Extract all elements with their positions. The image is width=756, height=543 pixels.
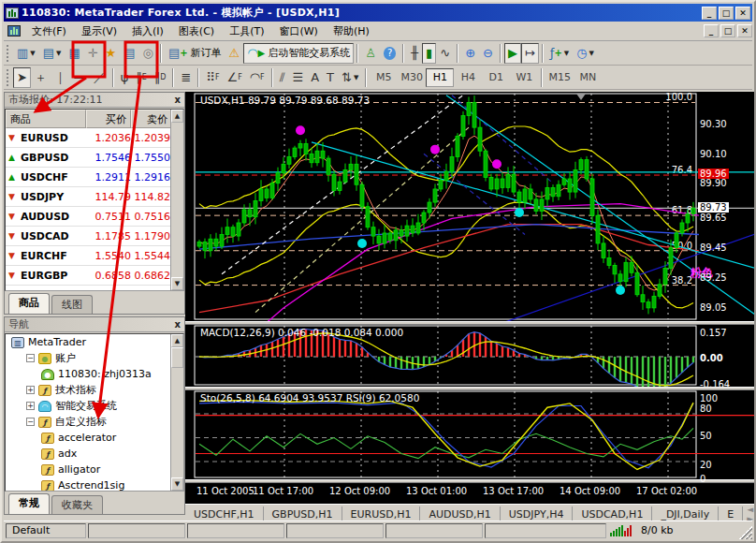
chart-mdi-icon[interactable] — [7, 25, 21, 37]
trendline-tool[interactable]: ／ — [90, 67, 109, 88]
menu-item-2[interactable]: 插入(I) — [124, 22, 171, 41]
menu-item-5[interactable]: 窗口(W) — [271, 22, 325, 41]
quote-row-EURUSD[interactable]: ▼EURUSD1.20361.2039 — [6, 128, 183, 148]
chart-tab-USDCAD,H1[interactable]: USDCAD,H1 — [573, 506, 652, 522]
chart-tab-E[interactable]: E — [719, 506, 743, 522]
tree-item-6[interactable]: ƒaccelerator — [6, 430, 183, 446]
period-button-M30[interactable]: M30 — [398, 68, 426, 87]
chart-tab-GBPUSD,H1[interactable]: GBPUSD,H1 — [264, 506, 342, 522]
auto-scroll-button[interactable]: ▶ — [504, 43, 521, 64]
fibo-arc-tool[interactable]: ◠F — [246, 67, 269, 88]
market-watch-close-icon[interactable]: x — [175, 95, 181, 105]
fibo-retracement-tool[interactable]: ≣ — [177, 67, 195, 88]
tree-item-4[interactable]: +◠智能交易系统 — [6, 398, 183, 414]
navigator-close-icon[interactable]: x — [175, 319, 181, 330]
zoom-in-button[interactable]: ⊕ — [461, 43, 479, 64]
bar-chart-mode-button[interactable]: ╫ — [407, 43, 422, 64]
tree-item-9[interactable]: ƒAsctrend1sig — [6, 477, 183, 492]
expand-plus-icon[interactable]: + — [26, 386, 35, 394]
market-watch-tab-线图[interactable]: 线图 — [51, 295, 93, 314]
chart-tab-EURUSD,H1[interactable]: EURUSD,H1 — [342, 506, 421, 522]
new-chart-button[interactable]: ▥▼ — [13, 43, 39, 64]
profiles-button[interactable]: ▤▼ — [39, 43, 65, 64]
indicators-list-button[interactable]: ƒ+▼ — [546, 43, 573, 64]
crosshair-tool[interactable]: ＋ — [31, 67, 51, 88]
tree-item-3[interactable]: +ƒ技术指标 — [6, 382, 183, 398]
line-chart-mode-button[interactable]: ∿ — [436, 43, 454, 64]
period-button-M5[interactable]: M5 — [370, 68, 398, 87]
text-tool[interactable]: A — [307, 67, 323, 88]
market-watch-button[interactable]: ▦ — [65, 43, 83, 64]
tree-item-8[interactable]: ƒalligator — [6, 462, 183, 477]
quote-row-AUDUSD[interactable]: ▼AUDUSD0.75110.7516 — [6, 207, 183, 227]
expand-plus-icon[interactable]: + — [26, 402, 35, 410]
market-watch-scrollbar[interactable]: ▲ ▼ — [170, 110, 183, 290]
period-button-H1[interactable]: H1 — [426, 68, 454, 87]
vertical-line-tool[interactable]: ｜ — [51, 67, 70, 88]
tree-item-1[interactable]: −●账户 — [6, 350, 183, 366]
column-header-1[interactable]: 买价 — [86, 110, 131, 128]
quote-row-EURCHF[interactable]: ▼EURCHF1.55401.5544 — [6, 246, 183, 266]
alert-icon[interactable]: ⚠ — [225, 43, 244, 64]
navigator-scrollbar[interactable]: ▲ ▼ — [170, 334, 183, 491]
chart-shift-button[interactable]: ↦ — [521, 43, 539, 64]
fibo-fan-tool[interactable]: ∠F — [224, 67, 246, 88]
menu-item-1[interactable]: 显示(V) — [74, 22, 124, 41]
period-button-M15[interactable]: M15 — [545, 68, 574, 87]
chart-tab-AUDUSD,H1[interactable]: AUDUSD,H1 — [420, 506, 500, 522]
expand-minus-icon[interactable]: − — [26, 418, 35, 426]
scrollbar-thumb[interactable] — [171, 347, 183, 368]
quote-row-GBPUSD[interactable]: ▲GBPUSD1.75461.7550 — [6, 148, 183, 168]
maximize-button[interactable]: □ — [719, 7, 734, 20]
tree-item-2[interactable]: ●110830: zhj0313a — [6, 366, 183, 382]
quote-row-USDCHF[interactable]: ▲USDCHF1.29111.2916 — [6, 168, 183, 187]
tree-item-5[interactable]: −ƒ自定义指标 — [6, 414, 183, 430]
period-button-W1[interactable]: W1 — [510, 68, 538, 87]
quote-row-USDCAD[interactable]: ▼USDCAD1.17851.1790 — [6, 227, 183, 246]
navigator-button[interactable]: ★ — [102, 43, 121, 64]
data-window-button[interactable]: ✛ — [84, 43, 102, 64]
tree-item-7[interactable]: ƒadx — [6, 446, 183, 462]
navigator-tab-常规[interactable]: 常规 — [8, 493, 50, 514]
menu-item-6[interactable]: 帮助(H) — [326, 22, 377, 41]
scroll-down-icon[interactable]: ▼ — [171, 277, 183, 290]
chart-tab-USDJPY,H4[interactable]: USDJPY,H4 — [501, 506, 574, 522]
tree-item-0[interactable]: ▥MetaTrader — [6, 334, 183, 350]
mdi-close-button[interactable]: ✕ — [737, 24, 752, 37]
scroll-up-icon[interactable]: ▲ — [171, 110, 183, 123]
terminal-button[interactable]: ▤ — [120, 43, 138, 64]
help-button[interactable]: ? — [380, 43, 400, 64]
quote-row-EURGBP[interactable]: ▼EURGBP0.68580.6862 — [6, 266, 183, 286]
fibo-grid-tool[interactable]: ⠿F — [202, 67, 223, 88]
chart-area[interactable]: 100.076.461.850.038.2 11 Oct 200511 Oct … — [185, 92, 756, 504]
main-price-chart[interactable]: 100.076.461.850.038.2 — [194, 92, 756, 321]
column-header-0[interactable]: 商品 — [6, 110, 86, 128]
quote-row-USDJPY[interactable]: ▼USDJPY114.79114.82 — [6, 187, 183, 207]
mdi-restore-button[interactable]: □ — [720, 24, 735, 37]
new-order-button[interactable]: ▤+新订单 — [165, 43, 225, 64]
text-label-tool[interactable]: T — [323, 67, 338, 88]
cycle-lines-tool[interactable]: ☰ — [289, 67, 308, 88]
zoom-out-button[interactable]: ⊖ — [479, 43, 497, 64]
ea-properties-button[interactable]: ♙ — [361, 43, 380, 64]
candlestick-mode-button[interactable]: ▮ — [422, 43, 436, 64]
horizontal-line-tool[interactable]: — — [70, 67, 90, 88]
chart-tab-USDCHF,H1[interactable]: USDCHF,H1 — [185, 506, 264, 522]
parallel-lines-tool[interactable]: ⫽ — [276, 67, 289, 88]
std-deviation-channel-tool[interactable]: ∥D — [151, 67, 170, 88]
andrews-pitchfork-tool[interactable]: ψ — [117, 67, 133, 88]
period-button-MN[interactable]: MN — [574, 68, 602, 87]
close-button[interactable]: ✕ — [735, 7, 750, 20]
periods-menu-button[interactable]: ◷▼ — [573, 43, 598, 64]
expand-minus-icon[interactable]: − — [26, 354, 35, 362]
strategy-tester-button[interactable]: ◎ — [139, 43, 157, 64]
navigator-tab-收藏夹[interactable]: 收藏夹 — [51, 495, 103, 514]
period-button-H4[interactable]: H4 — [454, 68, 482, 87]
equidistant-channel-tool[interactable]: ∥E — [132, 67, 151, 88]
profile-status[interactable]: Default — [6, 523, 86, 538]
column-header-2[interactable]: 卖价 — [131, 110, 172, 128]
arrows-tool[interactable]: ⇅▼ — [338, 67, 362, 88]
scroll-down-icon[interactable]: ▼ — [171, 477, 183, 491]
chart-tab-_DJI,Daily[interactable]: _DJI,Daily — [652, 506, 719, 522]
mdi-minimize-button[interactable]: _ — [704, 24, 719, 37]
